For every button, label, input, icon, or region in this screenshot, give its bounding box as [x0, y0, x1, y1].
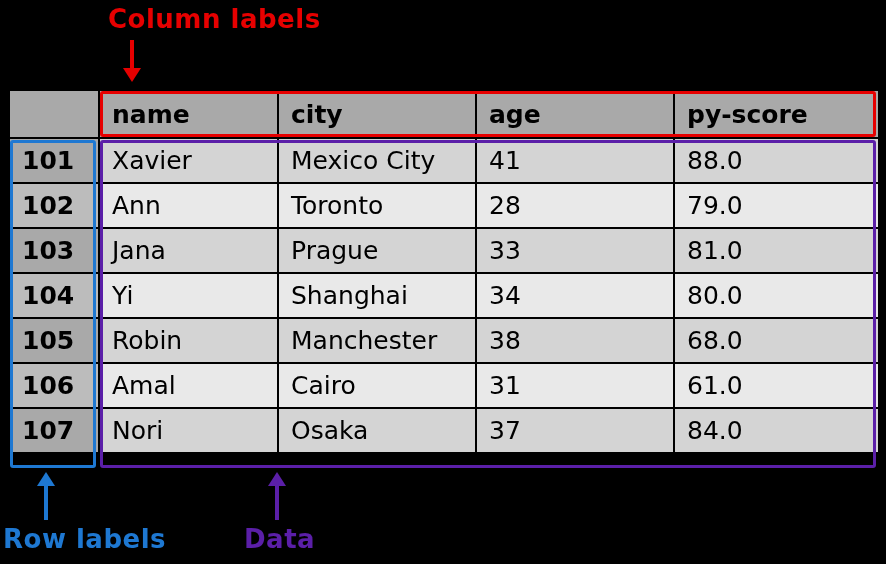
- col-header-city: city: [278, 90, 476, 138]
- label-column-labels: Column labels: [108, 4, 321, 34]
- row-label: 101: [9, 138, 99, 183]
- cell-pyscore: 80.0: [674, 273, 879, 318]
- cell-city: Manchester: [278, 318, 476, 363]
- col-header-name: name: [99, 90, 278, 138]
- table-row: 103 Jana Prague 33 81.0: [9, 228, 879, 273]
- cell-pyscore: 68.0: [674, 318, 879, 363]
- cell-city: Cairo: [278, 363, 476, 408]
- header-corner: [9, 90, 99, 138]
- row-label: 107: [9, 408, 99, 453]
- table-row: 107 Nori Osaka 37 84.0: [9, 408, 879, 453]
- cell-age: 31: [476, 363, 674, 408]
- cell-name: Amal: [99, 363, 278, 408]
- cell-city: Prague: [278, 228, 476, 273]
- row-label: 103: [9, 228, 99, 273]
- col-header-pyscore: py-score: [674, 90, 879, 138]
- cell-name: Yi: [99, 273, 278, 318]
- table-row: 105 Robin Manchester 38 68.0: [9, 318, 879, 363]
- cell-name: Jana: [99, 228, 278, 273]
- cell-name: Ann: [99, 183, 278, 228]
- row-label: 102: [9, 183, 99, 228]
- cell-city: Toronto: [278, 183, 476, 228]
- table-row: 106 Amal Cairo 31 61.0: [9, 363, 879, 408]
- cell-name: Robin: [99, 318, 278, 363]
- cell-name: Nori: [99, 408, 278, 453]
- table-row: 104 Yi Shanghai 34 80.0: [9, 273, 879, 318]
- cell-pyscore: 81.0: [674, 228, 879, 273]
- cell-age: 34: [476, 273, 674, 318]
- label-data: Data: [244, 524, 315, 554]
- cell-city: Shanghai: [278, 273, 476, 318]
- cell-pyscore: 88.0: [674, 138, 879, 183]
- cell-city: Mexico City: [278, 138, 476, 183]
- cell-age: 38: [476, 318, 674, 363]
- cell-pyscore: 79.0: [674, 183, 879, 228]
- diagram-canvas: Column labels name city age py-score 101: [0, 0, 886, 564]
- row-label: 106: [9, 363, 99, 408]
- col-header-age: age: [476, 90, 674, 138]
- cell-age: 41: [476, 138, 674, 183]
- cell-age: 33: [476, 228, 674, 273]
- cell-pyscore: 61.0: [674, 363, 879, 408]
- dataframe-table-wrap: name city age py-score 101 Xavier Mexico…: [8, 89, 878, 454]
- header-row: name city age py-score: [9, 90, 879, 138]
- cell-name: Xavier: [99, 138, 278, 183]
- table-row: 101 Xavier Mexico City 41 88.0: [9, 138, 879, 183]
- cell-pyscore: 84.0: [674, 408, 879, 453]
- table-row: 102 Ann Toronto 28 79.0: [9, 183, 879, 228]
- cell-city: Osaka: [278, 408, 476, 453]
- row-label: 104: [9, 273, 99, 318]
- cell-age: 28: [476, 183, 674, 228]
- label-row-labels: Row labels: [3, 524, 166, 554]
- row-label: 105: [9, 318, 99, 363]
- dataframe-table: name city age py-score 101 Xavier Mexico…: [8, 89, 880, 454]
- cell-age: 37: [476, 408, 674, 453]
